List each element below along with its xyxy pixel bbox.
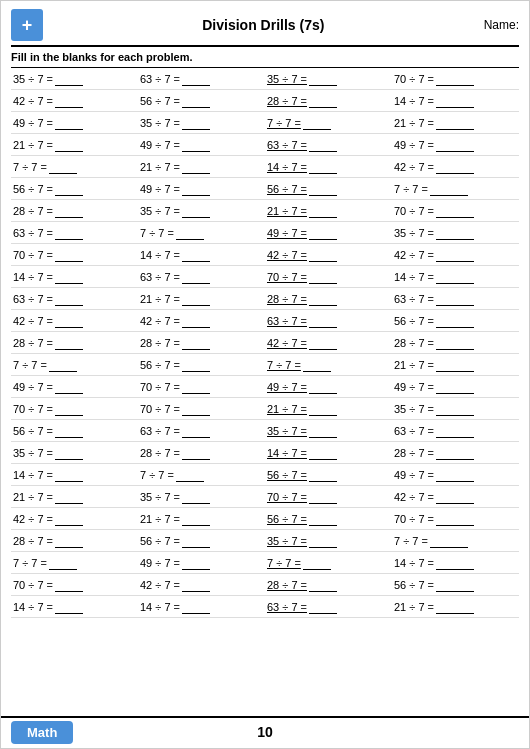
- problem-cell: 63 ÷ 7 =: [138, 68, 265, 90]
- answer-line: [309, 446, 337, 460]
- problem-text: 21 ÷ 7 =: [140, 293, 180, 305]
- answer-line: [182, 94, 210, 108]
- answer-line: [303, 358, 331, 372]
- problem-cell: 42 ÷ 7 =: [265, 332, 392, 354]
- problem-cell: 35 ÷ 7 =: [138, 200, 265, 222]
- problem-text: 63 ÷ 7 =: [394, 425, 434, 437]
- answer-line: [182, 116, 210, 130]
- problem-cell: 49 ÷ 7 =: [11, 112, 138, 134]
- problem-cell: 28 ÷ 7 =: [138, 332, 265, 354]
- problem-cell: 28 ÷ 7 =: [11, 332, 138, 354]
- problem-cell: 56 ÷ 7 =: [11, 178, 138, 200]
- answer-line: [49, 358, 77, 372]
- problem-text: 7 ÷ 7 =: [13, 557, 47, 569]
- problem-cell: 42 ÷ 7 =: [11, 508, 138, 530]
- problem-cell: 7 ÷ 7 =: [11, 552, 138, 574]
- problem-cell: 21 ÷ 7 =: [11, 486, 138, 508]
- problem-cell: 14 ÷ 7 =: [11, 464, 138, 486]
- problem-text: 35 ÷ 7 =: [394, 403, 434, 415]
- answer-line: [309, 534, 337, 548]
- problem-text: 70 ÷ 7 =: [13, 579, 53, 591]
- answer-line: [436, 556, 474, 570]
- problem-text: 70 ÷ 7 =: [394, 73, 434, 85]
- problem-text: 14 ÷ 7 =: [13, 601, 53, 613]
- answer-line: [436, 94, 474, 108]
- problem-cell: 21 ÷ 7 =: [138, 156, 265, 178]
- answer-line: [436, 512, 474, 526]
- problem-cell: 63 ÷ 7 =: [11, 222, 138, 244]
- problem-cell: 28 ÷ 7 =: [11, 530, 138, 552]
- answer-line: [55, 248, 83, 262]
- answer-line: [55, 226, 83, 240]
- answer-line: [309, 600, 337, 614]
- answer-line: [55, 270, 83, 284]
- answer-line: [176, 226, 204, 240]
- problem-text: 56 ÷ 7 =: [140, 95, 180, 107]
- answer-line: [55, 94, 83, 108]
- problem-text: 7 ÷ 7 =: [394, 535, 428, 547]
- problem-cell: 28 ÷ 7 =: [392, 332, 519, 354]
- answer-line: [55, 600, 83, 614]
- answer-line: [55, 446, 83, 460]
- answer-line: [436, 402, 474, 416]
- problem-text: 7 ÷ 7 =: [267, 557, 301, 569]
- problem-text: 56 ÷ 7 =: [13, 183, 53, 195]
- answer-line: [303, 116, 331, 130]
- problem-text: 21 ÷ 7 =: [13, 491, 53, 503]
- problem-text: 42 ÷ 7 =: [394, 249, 434, 261]
- problem-text: 35 ÷ 7 =: [140, 205, 180, 217]
- problem-text: 42 ÷ 7 =: [13, 95, 53, 107]
- problem-cell: 70 ÷ 7 =: [265, 486, 392, 508]
- problem-text: 63 ÷ 7 =: [140, 425, 180, 437]
- answer-line: [436, 578, 474, 592]
- problem-cell: 49 ÷ 7 =: [138, 178, 265, 200]
- problem-cell: 14 ÷ 7 =: [138, 244, 265, 266]
- problem-cell: 28 ÷ 7 =: [11, 200, 138, 222]
- problem-text: 7 ÷ 7 =: [13, 161, 47, 173]
- answer-line: [436, 116, 474, 130]
- problem-text: 56 ÷ 7 =: [267, 513, 307, 525]
- answer-line: [55, 182, 83, 196]
- problems-grid: 35 ÷ 7 =63 ÷ 7 =35 ÷ 7 =70 ÷ 7 =42 ÷ 7 =…: [11, 67, 519, 618]
- problem-text: 28 ÷ 7 =: [13, 337, 53, 349]
- math-label: Math: [11, 721, 73, 744]
- answer-line: [309, 402, 337, 416]
- problem-text: 21 ÷ 7 =: [394, 601, 434, 613]
- problem-text: 28 ÷ 7 =: [140, 447, 180, 459]
- answer-line: [182, 424, 210, 438]
- problem-cell: 63 ÷ 7 =: [138, 420, 265, 442]
- problem-cell: 35 ÷ 7 =: [265, 530, 392, 552]
- answer-line: [55, 380, 83, 394]
- problem-cell: 7 ÷ 7 =: [265, 354, 392, 376]
- answer-line: [430, 182, 468, 196]
- answer-line: [182, 402, 210, 416]
- answer-line: [182, 534, 210, 548]
- problem-cell: 49 ÷ 7 =: [138, 552, 265, 574]
- problem-cell: 49 ÷ 7 =: [265, 222, 392, 244]
- problem-cell: 35 ÷ 7 =: [392, 222, 519, 244]
- answer-line: [55, 292, 83, 306]
- svg-text:+: +: [22, 15, 33, 35]
- answer-line: [182, 204, 210, 218]
- answer-line: [436, 72, 474, 86]
- problem-cell: 28 ÷ 7 =: [392, 442, 519, 464]
- problem-cell: 70 ÷ 7 =: [138, 376, 265, 398]
- answer-line: [55, 314, 83, 328]
- problem-cell: 49 ÷ 7 =: [392, 464, 519, 486]
- problem-cell: 7 ÷ 7 =: [392, 178, 519, 200]
- problem-text: 49 ÷ 7 =: [140, 183, 180, 195]
- answer-line: [436, 160, 474, 174]
- problem-cell: 70 ÷ 7 =: [392, 200, 519, 222]
- problem-cell: 14 ÷ 7 =: [265, 156, 392, 178]
- problem-text: 63 ÷ 7 =: [13, 227, 53, 239]
- problem-cell: 56 ÷ 7 =: [392, 574, 519, 596]
- answer-line: [436, 336, 474, 350]
- problem-cell: 7 ÷ 7 =: [11, 354, 138, 376]
- problem-cell: 21 ÷ 7 =: [138, 508, 265, 530]
- problem-cell: 63 ÷ 7 =: [138, 266, 265, 288]
- problem-text: 42 ÷ 7 =: [13, 315, 53, 327]
- problem-text: 14 ÷ 7 =: [13, 469, 53, 481]
- answer-line: [309, 226, 337, 240]
- problem-cell: 14 ÷ 7 =: [138, 596, 265, 618]
- problem-text: 70 ÷ 7 =: [140, 381, 180, 393]
